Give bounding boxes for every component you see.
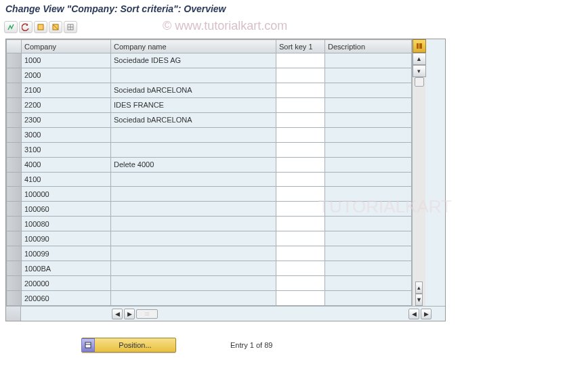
row-selector[interactable] [7,112,22,127]
row-selector[interactable] [7,217,22,231]
row-selector[interactable] [7,202,22,217]
sortkey-cell[interactable] [276,112,325,127]
scroll-down-button[interactable]: ▼ [415,294,423,306]
company-cell[interactable]: 1000BA [22,261,111,276]
name-cell[interactable] [111,172,276,187]
name-cell[interactable] [111,127,276,142]
row-selector[interactable] [7,157,22,172]
company-cell[interactable]: 2300 [22,112,111,127]
hscroll-right-button[interactable]: ▶ [124,309,135,319]
name-cell[interactable] [111,187,276,202]
select-all-button[interactable] [34,21,47,33]
name-cell[interactable] [111,202,276,217]
scroll-line-up-button[interactable]: ▾ [413,65,426,77]
vertical-scrollbar[interactable]: ▲ ▾ ▴ ▼ [412,39,425,306]
sortkey-cell[interactable] [276,276,325,291]
row-selector[interactable] [7,53,22,68]
desc-cell[interactable] [325,202,412,217]
select-column-header[interactable] [7,40,22,53]
company-cell[interactable]: 1000 [22,53,111,68]
change-toggle-button[interactable] [4,21,18,33]
sortkey-cell[interactable] [276,291,325,306]
desc-cell[interactable] [325,142,412,157]
position-button[interactable]: Position... [81,338,176,353]
company-cell[interactable]: 3100 [22,142,111,157]
row-selector[interactable] [7,231,22,246]
scroll-up-button[interactable]: ▲ [413,53,426,65]
desc-cell[interactable] [325,83,412,97]
hscroll-left-button[interactable]: ◀ [112,309,123,319]
company-column-header[interactable]: Company [22,40,111,53]
name-cell[interactable] [111,291,276,306]
name-cell[interactable] [111,261,276,276]
sortkey-cell[interactable] [276,261,325,276]
company-cell[interactable]: 100099 [22,246,111,261]
hscroll-right2-button[interactable]: ▶ [421,309,432,319]
name-cell[interactable] [111,276,276,291]
row-selector[interactable] [7,246,22,261]
sortkey-column-header[interactable]: Sort key 1 [276,40,325,53]
sortkey-cell[interactable] [276,157,325,172]
sortkey-cell[interactable] [276,127,325,142]
row-selector[interactable] [7,187,22,202]
scroll-thumb[interactable] [415,77,424,87]
desc-cell[interactable] [325,97,412,112]
row-selector[interactable] [7,83,22,97]
row-selector[interactable] [7,68,22,83]
name-column-header[interactable]: Company name [111,40,276,53]
desc-cell[interactable] [325,261,412,276]
row-selector[interactable] [7,172,22,187]
name-cell[interactable] [111,68,276,83]
desc-column-header[interactable]: Description [325,40,412,53]
company-cell[interactable]: 4100 [22,172,111,187]
name-cell[interactable]: Sociedad bARCELONA [111,83,276,97]
name-cell[interactable]: Delete 4000 [111,157,276,172]
desc-cell[interactable] [325,217,412,231]
name-cell[interactable]: Sociedade IDES AG [111,53,276,68]
desc-cell[interactable] [325,187,412,202]
sortkey-cell[interactable] [276,68,325,83]
sortkey-cell[interactable] [276,172,325,187]
sortkey-cell[interactable] [276,202,325,217]
row-selector[interactable] [7,142,22,157]
desc-cell[interactable] [325,53,412,68]
desc-cell[interactable] [325,112,412,127]
table-config-button[interactable] [413,39,426,53]
name-cell[interactable] [111,142,276,157]
row-selector[interactable] [7,127,22,142]
company-cell[interactable]: 3000 [22,127,111,142]
company-cell[interactable]: 2100 [22,83,111,97]
company-cell[interactable]: 100090 [22,231,111,246]
horizontal-scrollbar[interactable]: ◀ ▶ ::: ◀ ▶ [6,306,445,321]
sortkey-cell[interactable] [276,246,325,261]
desc-cell[interactable] [325,231,412,246]
sortkey-cell[interactable] [276,217,325,231]
sortkey-cell[interactable] [276,142,325,157]
undo-button[interactable] [19,21,33,33]
hscroll-track-left[interactable]: ::: [136,309,158,319]
desc-cell[interactable] [325,172,412,187]
sortkey-cell[interactable] [276,187,325,202]
sortkey-cell[interactable] [276,53,325,68]
company-cell[interactable]: 100060 [22,202,111,217]
desc-cell[interactable] [325,276,412,291]
company-cell[interactable]: 100080 [22,217,111,231]
name-cell[interactable] [111,246,276,261]
desc-cell[interactable] [325,68,412,83]
row-selector[interactable] [7,261,22,276]
hscroll-left2-button[interactable]: ◀ [408,309,419,319]
name-cell[interactable]: Sociedad bARCELONA [111,112,276,127]
name-cell[interactable]: IDES FRANCE [111,97,276,112]
row-selector[interactable] [7,276,22,291]
sortkey-cell[interactable] [276,83,325,97]
desc-cell[interactable] [325,246,412,261]
company-cell[interactable]: 200000 [22,276,111,291]
desc-cell[interactable] [325,157,412,172]
company-cell[interactable]: 4000 [22,157,111,172]
name-cell[interactable] [111,217,276,231]
company-cell[interactable]: 100000 [22,187,111,202]
sortkey-cell[interactable] [276,97,325,112]
name-cell[interactable] [111,231,276,246]
row-selector[interactable] [7,97,22,112]
desc-cell[interactable] [325,127,412,142]
